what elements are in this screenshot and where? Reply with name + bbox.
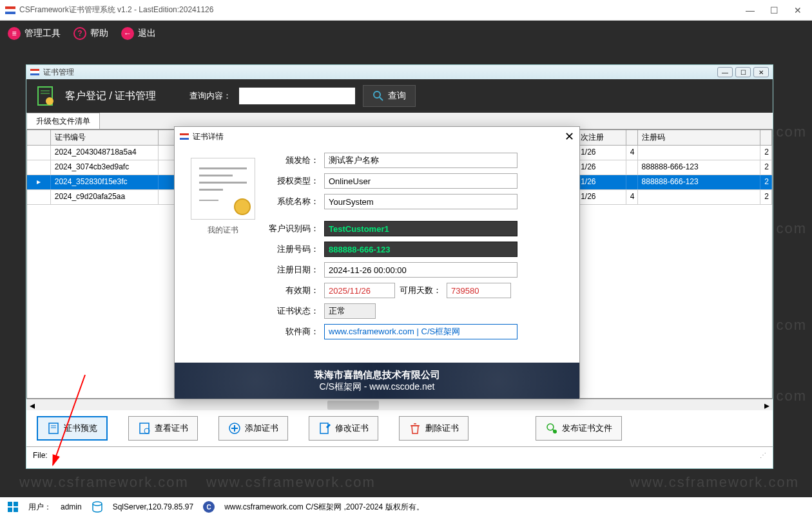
col-next-reg[interactable]: 次注册 <box>577 130 626 145</box>
subwindow-titlebar[interactable]: 证书管理 — ☐ ✕ <box>26 65 773 79</box>
field-sys-name: YourSystem <box>324 194 517 209</box>
svg-point-24 <box>93 502 102 506</box>
certificate-icon <box>34 84 57 108</box>
field-days-left: 739580 <box>447 283 511 298</box>
publish-icon <box>545 422 558 435</box>
resize-grip[interactable]: ⋰ <box>760 452 766 459</box>
field-expiry: 2025/11/26 <box>324 283 395 298</box>
brand-icon: C <box>202 500 215 513</box>
toolbar-title: 客户登记 / 证书管理 <box>65 90 156 103</box>
dialog-close-button[interactable]: ✕ <box>565 129 574 144</box>
svg-point-17 <box>547 424 554 430</box>
file-label: File: <box>33 451 48 460</box>
svg-point-3 <box>46 97 53 105</box>
certificate-image <box>191 158 255 220</box>
status-user: admin <box>61 502 82 511</box>
edit-cert-button[interactable]: 修改证书 <box>309 416 378 441</box>
dialog-footer-banner: 珠海市喜鹊信息技术有限公司 C/S框架网 - www.cscode.net <box>175 363 579 399</box>
preview-cert-button[interactable]: 证书预览 <box>37 416 108 441</box>
seal-icon <box>234 198 251 215</box>
edit-icon <box>318 422 331 435</box>
col-cert-no[interactable]: 证书编号 <box>51 130 159 145</box>
file-status-bar: File: ⋰ <box>26 446 773 463</box>
add-cert-button[interactable]: 添加证书 <box>218 416 288 441</box>
app-statusbar: 用户： admin SqlServer,120.79.85.97 C www.c… <box>0 497 812 517</box>
search-icon <box>372 90 384 102</box>
watermark: www.csframework.com <box>19 474 189 491</box>
add-icon <box>228 422 241 435</box>
watermark: www.csframework.com <box>630 474 799 491</box>
window-titlebar: CSFramework证书管理系统 v1.2 - LastEdition:202… <box>0 0 812 21</box>
database-icon <box>91 500 104 513</box>
preview-icon <box>47 422 60 435</box>
trash-icon <box>409 422 421 435</box>
field-status: 正常 <box>324 303 376 319</box>
subwindow-title: 证书管理 <box>43 67 713 78</box>
windows-icon <box>6 500 19 513</box>
main-menubar: ≡ 管理工具 ? 帮助 ← 退出 <box>0 21 812 46</box>
search-input[interactable] <box>239 88 355 104</box>
svg-point-4 <box>374 91 380 98</box>
search-button[interactable]: 查询 <box>363 85 416 107</box>
sub-maximize-button[interactable]: ☐ <box>735 67 751 77</box>
close-button[interactable]: ✕ <box>794 5 802 15</box>
svg-rect-14 <box>320 423 328 433</box>
field-customer-id: TestCustomer1 <box>324 221 517 236</box>
view-cert-button[interactable]: 查看证书 <box>128 416 198 441</box>
svg-rect-22 <box>8 508 12 512</box>
status-user-label: 用户： <box>28 502 52 513</box>
delete-cert-button[interactable]: 删除证书 <box>399 416 469 441</box>
menu-tools[interactable]: ≡ 管理工具 <box>8 27 61 40</box>
field-vendor[interactable]: www.csframework.com | C/S框架网 <box>324 324 517 339</box>
sub-close-button[interactable]: ✕ <box>753 67 769 77</box>
svg-rect-20 <box>8 502 12 506</box>
help-icon: ? <box>73 27 86 40</box>
status-copyright: www.csframework.com C/S框架网 ,2007-2024 版权… <box>224 502 423 513</box>
subwindow-toolbar: 客户登记 / 证书管理 查询内容： 查询 <box>26 79 773 113</box>
view-icon <box>138 422 151 435</box>
publish-cert-button[interactable]: 发布证书文件 <box>536 416 622 441</box>
exit-icon: ← <box>121 27 134 40</box>
horizontal-scrollbar[interactable]: ◂ ▸ <box>26 399 773 410</box>
svg-rect-21 <box>14 502 18 506</box>
app-logo-icon <box>5 6 15 14</box>
tab-upgrade-files[interactable]: 升级包文件清单 <box>26 113 100 129</box>
svg-line-5 <box>380 97 383 100</box>
field-auth-type: OnlineUser <box>324 173 517 189</box>
dialog-titlebar[interactable]: 证书详情 ✕ <box>175 127 579 146</box>
cert-detail-dialog: 证书详情 ✕ 我的证书 颁发给：测试客户名称 授权类型：OnlineUser 系… <box>174 126 580 399</box>
svg-text:C: C <box>207 504 211 511</box>
app-logo-icon <box>30 69 39 75</box>
menu-exit[interactable]: ← 退出 <box>121 27 156 40</box>
action-button-row: 证书预览 查看证书 添加证书 修改证书 删除证书 发布证书文件 <box>26 410 773 446</box>
cert-detail-form: 颁发给：测试客户名称 授权类型：OnlineUser 系统名称：YourSyst… <box>265 153 566 345</box>
minimize-button[interactable]: — <box>746 5 755 15</box>
field-issued-to: 测试客户名称 <box>324 153 517 168</box>
svg-rect-6 <box>49 423 58 433</box>
watermark: www.csframework.com <box>206 474 376 491</box>
col-reg-code[interactable]: 注册码 <box>638 130 761 145</box>
window-title: CSFramework证书管理系统 v1.2 - LastEdition:202… <box>19 5 746 15</box>
status-db: SqlServer,120.79.85.97 <box>113 502 193 511</box>
dialog-title: 证书详情 <box>193 131 565 142</box>
menu-help[interactable]: ? 帮助 <box>73 27 108 40</box>
sub-minimize-button[interactable]: — <box>717 67 733 77</box>
tools-icon: ≡ <box>8 27 21 40</box>
app-logo-icon <box>180 133 189 140</box>
field-reg-no: 888888-666-123 <box>324 242 517 257</box>
maximize-button[interactable]: ☐ <box>770 5 778 15</box>
svg-rect-23 <box>14 508 18 512</box>
svg-point-18 <box>553 430 557 433</box>
search-label: 查询内容： <box>189 90 231 102</box>
field-reg-date: 2024-11-26 00:00:00 <box>324 262 517 278</box>
cert-image-caption: 我的证书 <box>181 225 265 236</box>
